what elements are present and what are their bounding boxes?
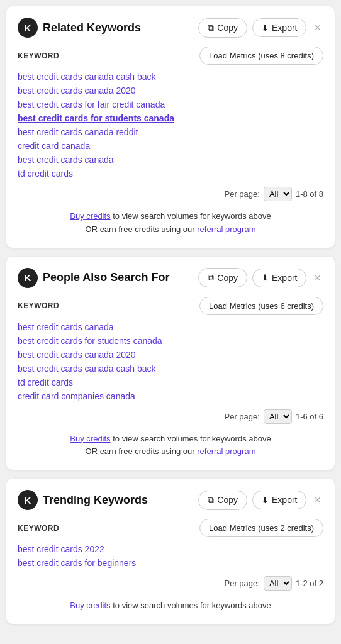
keyword-link[interactable]: best credit cards canada cash back bbox=[18, 364, 155, 374]
export-label: Export bbox=[272, 273, 297, 283]
copy-button[interactable]: ⧉Copy bbox=[198, 268, 247, 287]
list-item: best credit cards canada 2020 bbox=[18, 85, 323, 96]
keyword-col-label: KEYWORD bbox=[18, 524, 59, 533]
keyword-link[interactable]: best credit cards for students canada bbox=[18, 336, 162, 346]
close-button[interactable]: × bbox=[311, 494, 323, 506]
per-page-select[interactable]: All bbox=[264, 576, 292, 591]
keyword-list: best credit cards canada cash backbest c… bbox=[18, 71, 323, 179]
list-item: best credit cards for beginners bbox=[18, 557, 323, 569]
keyword-link[interactable]: best credit cards canada 2020 bbox=[18, 350, 136, 360]
close-button[interactable]: × bbox=[311, 272, 323, 284]
card-title-area: KRelated Keywords bbox=[18, 18, 141, 38]
copy-icon: ⧉ bbox=[208, 495, 214, 506]
credits-notice: Buy credits to view search volumes for k… bbox=[18, 599, 323, 613]
referral-link[interactable]: referral program bbox=[197, 447, 255, 456]
referral-link[interactable]: referral program bbox=[197, 225, 255, 234]
keyword-col-label: KEYWORD bbox=[18, 301, 59, 310]
credits-notice-line1: Buy credits to view search volumes for k… bbox=[18, 599, 323, 613]
keyword-link[interactable]: best credit cards for fair credit canada bbox=[18, 99, 165, 109]
export-icon: ⬇ bbox=[262, 273, 269, 282]
list-item: credit card canada bbox=[18, 140, 323, 152]
list-item: best credit cards canada 2020 bbox=[18, 349, 323, 360]
card-title: Trending Keywords bbox=[43, 494, 148, 507]
export-button[interactable]: ⬇Export bbox=[252, 269, 306, 287]
load-metrics-button[interactable]: Load Metrics (uses 6 credits) bbox=[199, 297, 323, 315]
export-icon: ⬇ bbox=[262, 496, 269, 505]
list-item: best credit cards canada bbox=[18, 154, 323, 165]
pagination-row: Per page:All1-2 of 2 bbox=[18, 576, 323, 591]
card-title: People Also Search For bbox=[43, 271, 169, 284]
section-header-row: KEYWORDLoad Metrics (uses 2 credits) bbox=[18, 519, 323, 537]
per-page-select[interactable]: All bbox=[264, 409, 292, 424]
list-item: best credit cards canada bbox=[18, 321, 323, 333]
load-metrics-button[interactable]: Load Metrics (uses 8 credits) bbox=[199, 47, 323, 65]
list-item: best credit cards for students canada bbox=[18, 335, 323, 347]
credits-notice: Buy credits to view search volumes for k… bbox=[18, 433, 323, 459]
list-item: best credit cards canada reddit bbox=[18, 126, 323, 138]
keyword-link[interactable]: td credit cards bbox=[18, 169, 73, 179]
header-btn-group: ⧉Copy⬇Export× bbox=[198, 491, 323, 510]
export-icon: ⬇ bbox=[262, 23, 269, 33]
copy-button[interactable]: ⧉Copy bbox=[198, 18, 247, 38]
section-header-row: KEYWORDLoad Metrics (uses 8 credits) bbox=[18, 47, 323, 65]
per-page-select[interactable]: All bbox=[264, 187, 292, 201]
credits-notice-line1: Buy credits to view search volumes for k… bbox=[18, 433, 323, 446]
keyword-link[interactable]: best credit cards canada 2020 bbox=[18, 86, 136, 96]
k-logo-icon: K bbox=[18, 268, 38, 288]
per-page-label: Per page: bbox=[225, 189, 260, 199]
keyword-link[interactable]: best credit cards 2022 bbox=[18, 544, 104, 554]
card-title: Related Keywords bbox=[43, 21, 141, 35]
credits-notice-line1: Buy credits to view search volumes for k… bbox=[18, 210, 323, 223]
pagination-text: 1-6 of 6 bbox=[296, 412, 323, 421]
list-item: best credit cards canada cash back bbox=[18, 363, 323, 374]
card-people-also-search: KPeople Also Search For⧉Copy⬇Export×KEYW… bbox=[6, 257, 335, 470]
list-item: best credit cards for fair credit canada bbox=[18, 99, 323, 110]
close-button[interactable]: × bbox=[311, 22, 323, 33]
keyword-link[interactable]: best credit cards for beginners bbox=[18, 558, 136, 568]
card-header: KPeople Also Search For⧉Copy⬇Export× bbox=[18, 268, 323, 288]
keyword-link[interactable]: credit card canada bbox=[18, 141, 90, 151]
header-btn-group: ⧉Copy⬇Export× bbox=[198, 268, 323, 287]
keyword-link[interactable]: best credit cards for students canada bbox=[18, 113, 174, 123]
export-button[interactable]: ⬇Export bbox=[252, 491, 306, 509]
buy-credits-link[interactable]: Buy credits bbox=[70, 601, 110, 610]
list-item: best credit cards for students canada bbox=[18, 113, 323, 124]
load-metrics-button[interactable]: Load Metrics (uses 2 credits) bbox=[199, 519, 323, 537]
card-header: KRelated Keywords⧉Copy⬇Export× bbox=[18, 18, 323, 38]
list-item: credit card companies canada bbox=[18, 391, 323, 402]
keyword-link[interactable]: credit card companies canada bbox=[18, 391, 135, 401]
keyword-link[interactable]: best credit cards canada bbox=[18, 322, 114, 332]
copy-button[interactable]: ⧉Copy bbox=[198, 491, 247, 510]
keyword-link[interactable]: td credit cards bbox=[18, 377, 73, 387]
credits-notice: Buy credits to view search volumes for k… bbox=[18, 210, 323, 236]
pagination-row: Per page:All1-8 of 8 bbox=[18, 187, 323, 201]
list-item: best credit cards 2022 bbox=[18, 543, 323, 555]
card-trending-keywords: KTrending Keywords⧉Copy⬇Export×KEYWORDLo… bbox=[6, 479, 335, 624]
keyword-list: best credit cards canadabest credit card… bbox=[18, 321, 323, 402]
keyword-link[interactable]: best credit cards canada reddit bbox=[18, 127, 138, 137]
keyword-link[interactable]: best credit cards canada cash back bbox=[18, 72, 155, 82]
keyword-col-label: KEYWORD bbox=[18, 52, 59, 60]
copy-label: Copy bbox=[217, 495, 238, 505]
export-button[interactable]: ⬇Export bbox=[252, 18, 306, 37]
per-page-label: Per page: bbox=[225, 412, 260, 421]
buy-credits-link[interactable]: Buy credits bbox=[70, 434, 110, 443]
copy-icon: ⧉ bbox=[208, 23, 214, 33]
buy-credits-link[interactable]: Buy credits bbox=[70, 211, 110, 221]
copy-label: Copy bbox=[217, 273, 238, 283]
copy-label: Copy bbox=[217, 23, 238, 33]
export-label: Export bbox=[272, 495, 297, 505]
pagination-row: Per page:All1-6 of 6 bbox=[18, 409, 323, 424]
list-item: td credit cards bbox=[18, 377, 323, 388]
pagination-text: 1-8 of 8 bbox=[296, 189, 323, 199]
pagination-text: 1-2 of 2 bbox=[296, 579, 323, 588]
k-logo-icon: K bbox=[18, 490, 38, 510]
list-item: best credit cards canada cash back bbox=[18, 71, 323, 82]
copy-icon: ⧉ bbox=[208, 272, 214, 283]
card-title-area: KTrending Keywords bbox=[18, 490, 148, 510]
credits-notice-line2: OR earn free credits using our referral … bbox=[18, 223, 323, 236]
card-title-area: KPeople Also Search For bbox=[18, 268, 169, 288]
card-header: KTrending Keywords⧉Copy⬇Export× bbox=[18, 490, 323, 510]
k-logo-icon: K bbox=[18, 18, 38, 38]
keyword-link[interactable]: best credit cards canada bbox=[18, 155, 114, 165]
